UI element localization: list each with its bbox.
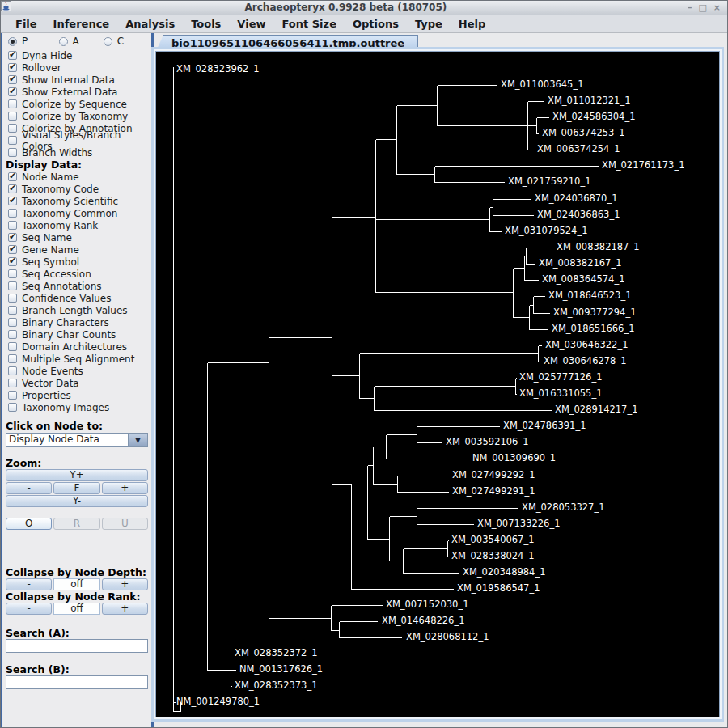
tree-leaf-label[interactable]: XM_019586547_1 [457,583,540,594]
tree-leaf-label[interactable]: XM_028068112_1 [406,632,489,642]
collapse-rank-minus-button[interactable]: - [6,603,52,615]
tree-file-tab[interactable]: bio1109651106466056411.tmp.outtree [156,35,418,51]
tree-leaf-label[interactable]: XM_028338024_1 [451,551,534,561]
node-action-dropdown[interactable]: Display Node Data ▼ [6,433,148,447]
tree-leaf-label[interactable]: XM_018651666_1 [552,324,634,334]
collapse-depth-minus-button[interactable]: - [6,578,52,590]
o-button[interactable]: O [6,518,52,530]
u-button[interactable]: U [102,518,148,530]
toggle-dyna-hide[interactable]: Dyna Hide [6,49,148,61]
tree-leaf-label[interactable]: XM_024036870_1 [535,193,617,204]
tree-leaf-label[interactable]: XM_011003645_1 [501,79,583,90]
toggle-visual-styles-branch-colors[interactable]: Visual Styles/Branch Colors [6,134,148,146]
tree-leaf-label[interactable]: XM_030646278_1 [544,356,626,366]
display-seq-accession[interactable]: Seq Accession [6,268,148,280]
menu-help[interactable]: Help [451,16,493,32]
tree-leaf-label[interactable]: XM_007152030_1 [386,599,468,610]
collapse-depth-plus-button[interactable]: + [102,578,148,590]
radio-option-c[interactable]: C [104,36,148,47]
tree-leaf-label[interactable]: XM_011012321_1 [548,95,630,106]
phylogeny-canvas[interactable]: XM_028323962_1XM_011003645_1XM_011012321… [155,51,720,717]
tree-leaf-label[interactable]: XM_028352373_1 [235,680,317,691]
tree-leaf-label[interactable]: XM_024786391_1 [503,421,586,431]
tree-leaf-label[interactable]: NM_001317626_1 [239,664,323,675]
menu-type[interactable]: Type [407,16,451,32]
display-binary-characters[interactable]: Binary Characters [6,316,148,328]
display-node-events[interactable]: Node Events [6,365,148,377]
maximize-icon[interactable]: □ [698,2,706,14]
tree-leaf-label[interactable]: XM_028323962_1 [176,64,259,74]
menu-font-size[interactable]: Font Size [273,16,344,32]
display-node-name[interactable]: Node Name [6,171,148,183]
tree-leaf-label[interactable]: XM_025777126_1 [519,372,602,383]
toggle-show-external-data[interactable]: Show External Data [6,86,148,98]
tree-leaf-label[interactable]: XM_006374253_1 [542,128,624,138]
close-icon[interactable]: × [713,2,721,14]
tree-leaf-label[interactable]: XM_027499291_1 [452,486,535,497]
tree-leaf-label[interactable]: XM_007133226_1 [477,518,560,529]
display-properties[interactable]: Properties [6,389,148,401]
tree-leaf-label[interactable]: XM_021761173_1 [602,160,684,171]
display-taxonomy-images[interactable]: Taxonomy Images [6,401,148,413]
zoom-out-button[interactable]: - [6,482,52,494]
minimize-icon[interactable]: – [688,2,692,14]
toggle-show-internal-data[interactable]: Show Internal Data [6,74,148,86]
tree-leaf-label[interactable]: XM_024586304_1 [552,112,635,122]
display-taxonomy-code[interactable]: Taxonomy Code [6,183,148,195]
display-seq-annotations[interactable]: Seq Annotations [6,280,148,292]
tree-leaf-label[interactable]: XM_024036863_1 [537,210,620,220]
search-b-input[interactable] [6,675,148,689]
tree-leaf-label[interactable]: XM_028053327_1 [522,502,604,513]
display-taxonomy-rank[interactable]: Taxonomy Rank [6,219,148,231]
tree-leaf-label[interactable]: XM_018646523_1 [548,290,631,301]
toggle-colorize-by-taxonomy[interactable]: Colorize by Taxonomy [6,110,148,122]
menu-file[interactable]: File [7,16,45,32]
collapse-rank-plus-button[interactable]: + [102,603,148,615]
tree-leaf-label[interactable]: XM_003592106_1 [446,437,528,447]
display-taxonomy-common[interactable]: Taxonomy Common [6,207,148,219]
display-multiple-seq-alignment[interactable]: Multiple Seq Alignment [6,353,148,365]
radio-option-p[interactable]: P [8,36,59,47]
tree-leaf-label[interactable]: XM_008382187_1 [557,242,639,252]
menu-inference[interactable]: Inference [45,16,118,32]
r-button[interactable]: R [53,518,99,530]
display-domain-architectures[interactable]: Domain Architectures [6,341,148,353]
search-a-input[interactable] [6,639,148,653]
menu-view[interactable]: View [229,16,273,32]
tree-leaf-label[interactable]: XM_027499292_1 [452,470,535,480]
menu-analysis[interactable]: Analysis [117,16,183,32]
display-seq-symbol[interactable]: Seq Symbol [6,256,148,268]
display-binary-char-counts[interactable]: Binary Char Counts [6,328,148,341]
display-seq-name[interactable]: Seq Name [6,231,148,243]
zoom-fit-button[interactable]: F [53,482,99,494]
menu-tools[interactable]: Tools [183,16,229,32]
toggle-rollover[interactable]: Rollover [6,61,148,74]
zoom-y-plus-button[interactable]: Y+ [6,469,148,481]
zoom-y-minus-button[interactable]: Y- [6,495,148,507]
radio-option-a[interactable]: A [59,36,104,47]
chevron-down-icon: ▼ [128,434,147,446]
tree-leaf-label[interactable]: XM_030646322_1 [545,340,628,350]
display-vector-data[interactable]: Vector Data [6,377,148,389]
tree-leaf-label[interactable]: XM_014648226_1 [382,616,464,626]
tree-leaf-label[interactable]: NM_001309690_1 [472,453,556,463]
tree-leaf-label[interactable]: XM_016331055_1 [519,388,602,399]
display-gene-name[interactable]: Gene Name [6,243,148,256]
tree-leaf-label[interactable]: XM_008382167_1 [539,258,621,269]
tree-leaf-label[interactable]: NM_001249780_1 [176,696,260,707]
tree-leaf-label[interactable]: XM_006374254_1 [537,144,620,154]
zoom-in-button[interactable]: + [102,482,148,494]
tree-leaf-label[interactable]: XM_020348984_1 [463,567,545,578]
display-branch-length-values[interactable]: Branch Length Values [6,304,148,316]
tree-leaf-label[interactable]: XM_021759210_1 [508,176,590,187]
tree-leaf-label[interactable]: XM_028352372_1 [235,648,317,658]
display-taxonomy-scientific[interactable]: Taxonomy Scientific [6,195,148,207]
tree-leaf-label[interactable]: XM_008364574_1 [542,274,624,285]
tree-leaf-label[interactable]: XM_009377294_1 [553,307,636,318]
tree-leaf-label[interactable]: XM_028914217_1 [555,404,637,415]
menu-options[interactable]: Options [345,16,407,32]
tree-leaf-label[interactable]: XM_031079524_1 [505,226,587,236]
toggle-colorize-by-sequence[interactable]: Colorize by Sequence [6,98,148,110]
display-confidence-values[interactable]: Confidence Values [6,292,148,304]
tree-leaf-label[interactable]: XM_003540067_1 [451,535,534,545]
